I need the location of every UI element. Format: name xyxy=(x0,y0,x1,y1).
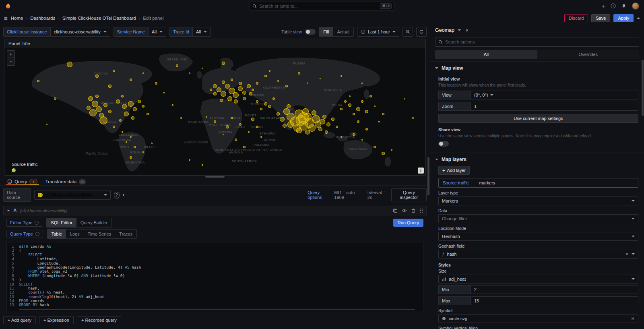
clear-icon[interactable]: ✕ xyxy=(625,252,629,257)
section-title: Map layers xyxy=(442,157,466,162)
view-select[interactable]: (0°, 0°) xyxy=(471,91,638,99)
tab-all[interactable]: All xyxy=(435,50,537,59)
size-field-select[interactable]: adj_heat xyxy=(438,275,638,283)
query-type-group: Table Logs Time Series Traces xyxy=(47,229,137,239)
table-view-toggle[interactable] xyxy=(305,29,316,35)
options-search[interactable] xyxy=(435,37,639,47)
zoom-input-wrap[interactable] xyxy=(471,102,638,111)
add-icon[interactable]: + xyxy=(602,3,605,9)
global-search[interactable]: ⌘+k xyxy=(250,2,394,10)
min-input[interactable] xyxy=(474,287,635,292)
datasource-help-icon[interactable]: ? xyxy=(114,192,120,199)
save-button[interactable]: Save xyxy=(591,14,610,22)
breadcrumb-home[interactable]: Home xyxy=(11,16,23,21)
map-zoom-out-button[interactable]: − xyxy=(7,58,14,65)
svg-text:?: ? xyxy=(612,4,614,8)
duplicate-query-icon[interactable] xyxy=(393,208,398,213)
map-attribution-icon[interactable]: i xyxy=(418,168,424,174)
map-view-body: Initial view This location will show whe… xyxy=(430,77,644,150)
variable-service-name[interactable]: Service Name All xyxy=(114,27,166,37)
options-search-input[interactable] xyxy=(445,39,636,44)
share-view-toggle[interactable] xyxy=(438,141,449,147)
collapse-pane-icon[interactable] xyxy=(466,29,644,32)
breadcrumb: Home › Dashboards › Simple ClickHouse OT… xyxy=(11,16,164,21)
use-current-map-settings-button[interactable]: Use current map settings xyxy=(438,114,638,123)
query-type-traces[interactable]: Traces xyxy=(115,230,136,238)
sql-editor-option[interactable]: SQL Editor xyxy=(47,218,76,227)
grafana-logo-icon[interactable] xyxy=(5,3,11,9)
query-type-logs[interactable]: Logs xyxy=(66,230,84,238)
query-options-toggle[interactable]: Query options MD = auto = 1909 Interval … xyxy=(123,190,388,200)
options-scrollbar[interactable] xyxy=(642,60,644,116)
datasource-picker[interactable]: clickhouse-observability xyxy=(34,190,111,200)
discard-button[interactable]: Discard xyxy=(564,14,588,22)
zoom-out-time-icon[interactable] xyxy=(402,27,413,37)
sql-code[interactable]: 1WITH coords AS2(3 SELECT4 Latitude,5 Lo… xyxy=(6,242,423,311)
max-input[interactable] xyxy=(474,298,635,303)
section-map-layers[interactable]: Map layers xyxy=(430,153,644,165)
global-search-input[interactable] xyxy=(259,4,378,8)
add-query-button[interactable]: + Add query xyxy=(3,316,36,324)
chevron-down-icon[interactable] xyxy=(458,29,461,31)
bell-icon[interactable] xyxy=(621,4,626,8)
symbol-select[interactable]: circle.svg ✕ xyxy=(438,314,638,323)
refresh-icon[interactable] xyxy=(416,27,427,37)
query-editor-card: A (clickhouse-observability) xyxy=(3,206,427,311)
code-hscrollbar[interactable] xyxy=(19,309,415,310)
map-legend: Source traffic xyxy=(8,160,42,175)
tab-transform-data[interactable]: Transform data 0 xyxy=(41,178,90,185)
editor-type-label: Editor Type xyxy=(10,220,32,225)
user-avatar[interactable] xyxy=(632,2,639,10)
collapse-query-icon[interactable] xyxy=(7,210,10,211)
editor-type-chip: Editor Type xyxy=(6,219,42,227)
help-icon[interactable]: ? xyxy=(611,3,616,8)
add-layer-button[interactable]: + Add layer xyxy=(438,166,470,175)
legend-layer-label: Source traffic xyxy=(12,162,38,167)
chevron-down-icon xyxy=(632,236,635,237)
layer-type-select[interactable]: Markers xyxy=(438,197,638,205)
clear-icon[interactable]: ✕ xyxy=(631,316,635,321)
styles-label: Styles xyxy=(438,263,638,267)
query-type-timeseries[interactable]: Time Series xyxy=(84,230,115,238)
time-range-picker[interactable]: Last 1 hour xyxy=(357,27,399,37)
geohash-field-select[interactable]: ƒ hash ✕ xyxy=(438,250,638,259)
map-zoom-in-button[interactable]: + xyxy=(7,51,14,58)
apply-button[interactable]: Apply xyxy=(613,14,634,22)
zoom-input[interactable] xyxy=(474,104,635,109)
variable-trace-id[interactable]: Trace Id All xyxy=(169,27,211,37)
breadcrumb-dashboards[interactable]: Dashboards xyxy=(30,16,55,21)
layer-row-source-traffic[interactable]: Source traffic markers xyxy=(438,178,638,188)
query-builder-option[interactable]: Query Builder xyxy=(76,218,111,227)
fill-option[interactable]: Fill xyxy=(319,27,333,36)
tab-overrides[interactable]: Overrides xyxy=(537,50,640,59)
chevron-down-icon xyxy=(159,31,163,33)
section-map-view[interactable]: Map view xyxy=(430,61,644,74)
query-type-table[interactable]: Table xyxy=(47,230,66,238)
query-inspector-button[interactable]: Query inspector xyxy=(391,188,427,201)
run-query-button[interactable]: Run Query xyxy=(393,219,423,227)
max-input-wrap[interactable] xyxy=(471,296,638,305)
add-expression-button[interactable]: + Expression xyxy=(39,316,74,324)
data-select[interactable]: Change filter xyxy=(438,214,638,223)
query-ref-id[interactable]: A xyxy=(13,208,17,213)
breadcrumb-separator: › xyxy=(58,16,60,21)
left-scrollbar[interactable] xyxy=(427,157,429,195)
hide-query-icon[interactable] xyxy=(402,208,407,213)
menu-toggle-icon[interactable]: ≡ xyxy=(4,15,8,22)
breadcrumb-dashboard-name[interactable]: Simple ClickHouse OTel Dashboard xyxy=(62,16,136,21)
add-recorded-query-button[interactable]: + Recorded query xyxy=(77,316,121,324)
delete-query-icon[interactable] xyxy=(411,208,416,213)
variable-clickhouse-instance[interactable]: ClickHouse instance clickhouse-observabi… xyxy=(3,27,110,37)
resize-grip[interactable] xyxy=(205,176,225,178)
chevron-down-icon xyxy=(204,31,207,33)
layer-name[interactable]: Source traffic xyxy=(443,180,469,185)
drag-handle-icon[interactable] xyxy=(420,208,423,213)
tab-query[interactable]: Query 1 xyxy=(3,178,41,185)
geomap-canvas[interactable]: CANADARUSSIAGREENLANDUNITED STATESMEXICO… xyxy=(4,48,425,175)
view-value: (0°, 0°) xyxy=(474,93,488,97)
location-mode-select[interactable]: Geohash xyxy=(438,232,638,241)
max-label: Max xyxy=(438,296,471,305)
collapse-up-icon[interactable] xyxy=(637,17,640,19)
min-input-wrap[interactable] xyxy=(471,285,638,294)
actual-option[interactable]: Actual xyxy=(333,27,353,36)
